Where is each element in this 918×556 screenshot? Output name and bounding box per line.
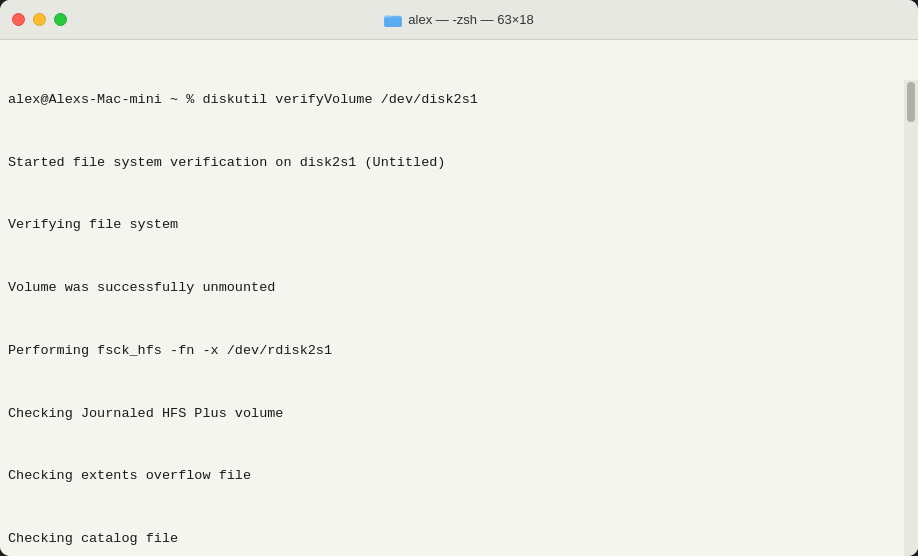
- terminal-line-4: Volume was successfully unmounted: [8, 278, 898, 299]
- terminal-body[interactable]: alex@Alexs-Mac-mini ~ % diskutil verifyV…: [0, 40, 918, 556]
- terminal-line-8: Checking catalog file: [8, 529, 898, 550]
- close-button[interactable]: [12, 13, 25, 26]
- window-title: alex — -zsh — 63×18: [384, 12, 533, 27]
- terminal-line-3: Verifying file system: [8, 215, 898, 236]
- maximize-button[interactable]: [54, 13, 67, 26]
- terminal-line-6: Checking Journaled HFS Plus volume: [8, 404, 898, 425]
- terminal-output: alex@Alexs-Mac-mini ~ % diskutil verifyV…: [8, 48, 898, 556]
- scrollbar[interactable]: [904, 80, 918, 556]
- terminal-line-7: Checking extents overflow file: [8, 466, 898, 487]
- scrollbar-thumb[interactable]: [907, 82, 915, 122]
- terminal-line-1: alex@Alexs-Mac-mini ~ % diskutil verifyV…: [8, 90, 898, 111]
- terminal-line-5: Performing fsck_hfs -fn -x /dev/rdisk2s1: [8, 341, 898, 362]
- folder-icon: [384, 13, 402, 27]
- svg-rect-2: [385, 17, 403, 27]
- traffic-lights: [12, 13, 67, 26]
- terminal-line-2: Started file system verification on disk…: [8, 153, 898, 174]
- terminal-window: alex — -zsh — 63×18 alex@Alexs-Mac-mini …: [0, 0, 918, 556]
- minimize-button[interactable]: [33, 13, 46, 26]
- titlebar: alex — -zsh — 63×18: [0, 0, 918, 40]
